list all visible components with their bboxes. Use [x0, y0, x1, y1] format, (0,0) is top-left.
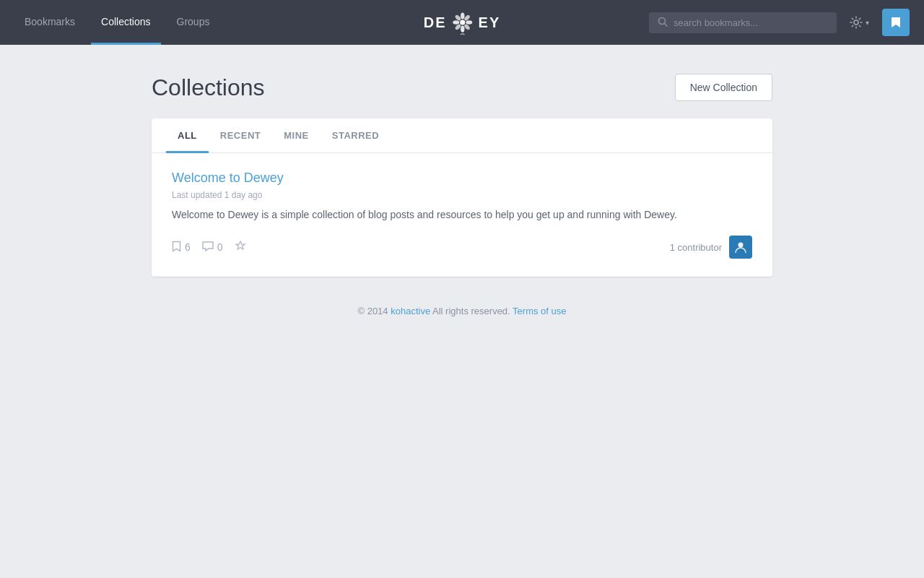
meta-left: 6 0: [172, 241, 246, 254]
svg-point-8: [454, 23, 461, 30]
bookmark-meta-icon: [172, 241, 181, 254]
footer-terms-link[interactable]: Terms of use: [513, 306, 566, 316]
navbar: Bookmarks Collections Groups DE EY: [0, 0, 924, 45]
nav-right: ▾: [649, 9, 910, 36]
page-header: Collections New Collection: [152, 74, 772, 101]
collection-meta: 6 0: [172, 236, 752, 259]
bookmark-icon: [890, 16, 902, 29]
comments-count: 0: [202, 241, 223, 254]
gear-caret-icon: ▾: [866, 19, 869, 27]
footer: © 2014 kohactive All rights reserved. Te…: [152, 277, 772, 345]
tab-mine[interactable]: MINE: [272, 118, 321, 153]
svg-point-6: [463, 23, 471, 30]
nav-groups[interactable]: Groups: [167, 0, 220, 45]
svg-point-5: [454, 14, 461, 22]
star-icon: [235, 241, 246, 254]
search-icon: [658, 17, 668, 29]
collection-updated: Last updated 1 day ago: [172, 190, 752, 200]
logo-text-right: EY: [479, 14, 501, 31]
contributor-avatar[interactable]: [729, 236, 752, 259]
nav-collections[interactable]: Collections: [91, 0, 160, 45]
new-collection-button[interactable]: New Collection: [675, 74, 772, 101]
gear-button[interactable]: ▾: [844, 12, 875, 33]
gear-icon: [850, 16, 863, 29]
logo-text-left: DE: [424, 14, 447, 31]
footer-rights: All rights reserved.: [432, 306, 510, 316]
contributor-avatar-icon: [733, 240, 748, 254]
nav-links: Bookmarks Collections Groups: [14, 0, 219, 45]
bookmarks-count-value: 6: [185, 241, 191, 253]
svg-point-12: [854, 20, 858, 25]
logo[interactable]: DE EY: [424, 9, 500, 35]
meta-right: 1 contributor: [670, 236, 752, 259]
collection-title-link[interactable]: Welcome to Dewey: [172, 171, 284, 186]
tab-starred[interactable]: STARRED: [321, 118, 391, 153]
search-input[interactable]: [674, 17, 828, 28]
search-box: [649, 12, 837, 33]
tab-recent[interactable]: RECENT: [209, 118, 272, 153]
page-title: Collections: [152, 74, 265, 101]
contributor-text: 1 contributor: [670, 242, 722, 253]
tab-all[interactable]: ALL: [166, 118, 209, 153]
svg-point-1: [461, 13, 464, 20]
bookmarks-count: 6: [172, 241, 191, 254]
footer-company-link[interactable]: kohactive: [391, 306, 430, 316]
nav-bookmarks[interactable]: Bookmarks: [14, 0, 85, 45]
svg-point-13: [738, 243, 744, 248]
svg-point-0: [460, 20, 465, 25]
collection-description: Welcome to Dewey is a simple collection …: [172, 207, 752, 223]
bookmark-button[interactable]: [882, 9, 910, 36]
collections-card: ALL RECENT MINE STARRED Welcome to Dewey…: [152, 118, 772, 277]
svg-point-3: [453, 20, 459, 24]
footer-copyright: © 2014: [357, 306, 388, 316]
svg-point-9: [461, 30, 464, 33]
collection-item: Welcome to Dewey Last updated 1 day ago …: [152, 153, 772, 277]
logo-icon: [450, 9, 476, 35]
comment-meta-icon: [202, 241, 214, 254]
svg-line-11: [665, 23, 668, 26]
comments-count-value: 0: [217, 241, 223, 253]
svg-point-4: [466, 20, 472, 24]
svg-point-7: [463, 14, 471, 22]
star-action[interactable]: [235, 241, 246, 254]
main-content: Collections New Collection ALL RECENT MI…: [137, 45, 787, 374]
tabs-bar: ALL RECENT MINE STARRED: [152, 118, 772, 153]
